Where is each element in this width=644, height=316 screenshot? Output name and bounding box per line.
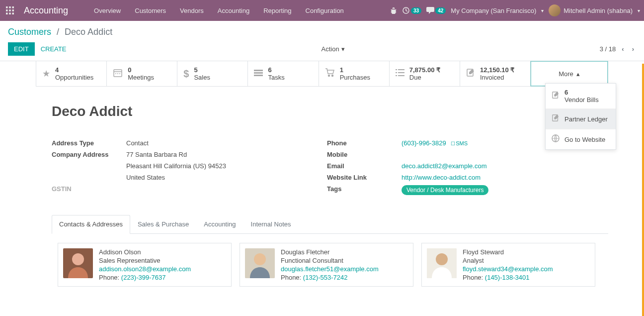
svg-rect-1 (9, 6, 11, 8)
tab-contacts[interactable]: Contacts & Addresses (52, 215, 130, 234)
contact-card[interactable]: Floyd Steward Analyst floyd.steward34@ex… (421, 243, 595, 287)
pager-count: 3 / 18 (600, 45, 616, 53)
svg-rect-6 (6, 12, 8, 14)
contact-role: Functional Consultant (281, 257, 379, 264)
contact-phone-link[interactable]: (223)-399-7637 (121, 274, 166, 281)
stat-tasks[interactable]: 6Tasks (248, 61, 319, 86)
stat-label: Invoiced (480, 74, 514, 81)
chat-icon[interactable]: 42 (426, 7, 446, 14)
content: ★ 4Opportunities 0Meetings $ 5Sales 6Tas… (0, 61, 644, 287)
dollar-icon: $ (183, 68, 189, 80)
stat-opportunities[interactable]: ★ 4Opportunities (36, 61, 107, 86)
contact-role: Sales Representative (99, 257, 191, 264)
contacts-grid: Addison Olson Sales Representative addis… (58, 243, 608, 287)
svg-point-32 (254, 253, 266, 265)
nav-customers[interactable]: Customers (129, 2, 172, 19)
sms-link[interactable]: SMS (451, 140, 468, 146)
label-phone: Phone (327, 139, 402, 147)
edit-icon (552, 114, 560, 124)
svg-rect-20 (398, 69, 404, 70)
label-company-address: Company Address (52, 151, 126, 158)
nav-configuration[interactable]: Configuration (300, 2, 350, 19)
form-col-left: Address Type Contact Company Address 77 … (52, 139, 317, 199)
tab-internal-notes[interactable]: Internal Notes (243, 215, 299, 233)
svg-rect-15 (254, 72, 263, 74)
app-brand[interactable]: Accounting (24, 5, 68, 16)
contact-phone-line: Phone: (145)-138-3401 (463, 274, 553, 281)
nav-accounting[interactable]: Accounting (212, 2, 255, 19)
email-link[interactable]: deco.addict82@example.com (402, 162, 486, 170)
stat-sales[interactable]: $ 5Sales (177, 61, 248, 86)
more-label-text: Vendor Bills (564, 96, 599, 104)
user-menu[interactable]: Mitchell Admin (shabna) ▾ (549, 4, 640, 16)
more-partner-ledger[interactable]: Partner Ledger (546, 108, 616, 129)
nav-overview[interactable]: Overview (88, 2, 127, 19)
star-icon: ★ (42, 68, 50, 79)
svg-point-13 (119, 73, 120, 74)
apps-icon[interactable] (4, 4, 16, 16)
label-mobile: Mobile (327, 151, 402, 158)
tab-accounting[interactable]: Accounting (196, 215, 243, 233)
create-button[interactable]: CREATE (41, 45, 67, 53)
stat-label: Opportunities (55, 74, 93, 81)
value-address-type: Contact (126, 139, 149, 147)
contact-info: Floyd Steward Analyst floyd.steward34@ex… (463, 248, 553, 281)
contact-phone-link[interactable]: (145)-138-3401 (485, 274, 530, 281)
pager-next[interactable]: › (630, 43, 636, 55)
globe-icon (552, 134, 560, 144)
svg-rect-2 (12, 6, 14, 8)
more-label: More (559, 70, 573, 78)
contact-email[interactable]: addison.olson28@example.com (99, 265, 191, 273)
contact-name: Floyd Steward (463, 248, 553, 256)
contact-card[interactable]: Addison Olson Sales Representative addis… (58, 243, 232, 287)
stat-num: 0 (128, 66, 154, 74)
avatar (427, 248, 457, 278)
contact-info: Addison Olson Sales Representative addis… (99, 248, 191, 281)
breadcrumb-root[interactable]: Customers (8, 27, 51, 37)
svg-rect-22 (398, 72, 404, 73)
svg-rect-8 (12, 12, 14, 14)
phone-link[interactable]: (603)-996-3829 (402, 139, 446, 147)
contact-name: Douglas Fletcher (281, 248, 379, 256)
action-dropdown[interactable]: Action ▾ (322, 45, 345, 53)
svg-rect-7 (9, 12, 11, 14)
edit-icon (466, 68, 475, 80)
more-go-to-website[interactable]: Go to Website (546, 129, 616, 149)
stat-num: 1 (340, 66, 370, 74)
tab-sales-purchase[interactable]: Sales & Purchase (130, 215, 196, 233)
timer-icon[interactable]: 33 (402, 6, 421, 14)
edit-button[interactable]: EDIT (8, 42, 35, 56)
stat-label: Purchases (340, 74, 370, 81)
stat-purchases[interactable]: 1Purchases (319, 61, 390, 86)
stat-due[interactable]: 7,875.00 ₹Due (390, 61, 460, 86)
svg-rect-0 (6, 6, 8, 8)
label-address-type: Address Type (52, 139, 126, 147)
stat-more[interactable]: More ▴ (531, 61, 608, 86)
contact-phone-link[interactable]: (132)-553-7242 (303, 274, 348, 281)
stat-invoiced[interactable]: 12,150.10 ₹Invoiced (460, 61, 531, 86)
contact-email[interactable]: douglas.fletcher51@example.com (281, 265, 379, 273)
nav-reporting[interactable]: Reporting (257, 2, 297, 19)
bug-icon[interactable] (390, 7, 397, 14)
chevron-up-icon: ▴ (576, 70, 580, 78)
company-switcher[interactable]: My Company (San Francisco) ▾ (451, 7, 544, 14)
svg-point-34 (436, 253, 448, 265)
tag-badge[interactable]: Vendor / Desk Manufacturers (402, 185, 488, 195)
stat-num: 4 (55, 66, 93, 74)
nav-vendors[interactable]: Vendors (174, 2, 210, 19)
stat-num: 6 (268, 66, 284, 74)
more-vendor-bills[interactable]: 6Vendor Bills (546, 84, 616, 108)
contact-phone-line: Phone: (132)-553-7242 (281, 274, 379, 281)
stat-meetings[interactable]: 0Meetings (107, 61, 177, 86)
contact-card[interactable]: Douglas Fletcher Functional Consultant d… (240, 243, 413, 287)
website-link[interactable]: http://www.deco-addict.com (402, 174, 481, 181)
pager-prev[interactable]: ‹ (620, 43, 626, 55)
company-name: My Company (San Francisco) (451, 7, 536, 14)
breadcrumb: Customers / Deco Addict (8, 27, 636, 37)
city-line: Pleasant Hill California (US) 94523 (126, 162, 226, 170)
nav-right: 33 42 My Company (San Francisco) ▾ Mitch… (390, 4, 640, 16)
stat-num: 7,875.00 ₹ (409, 66, 440, 74)
breadcrumb-current: Deco Addict (65, 27, 112, 37)
svg-rect-16 (254, 75, 263, 76)
contact-email[interactable]: floyd.steward34@example.com (463, 265, 553, 273)
